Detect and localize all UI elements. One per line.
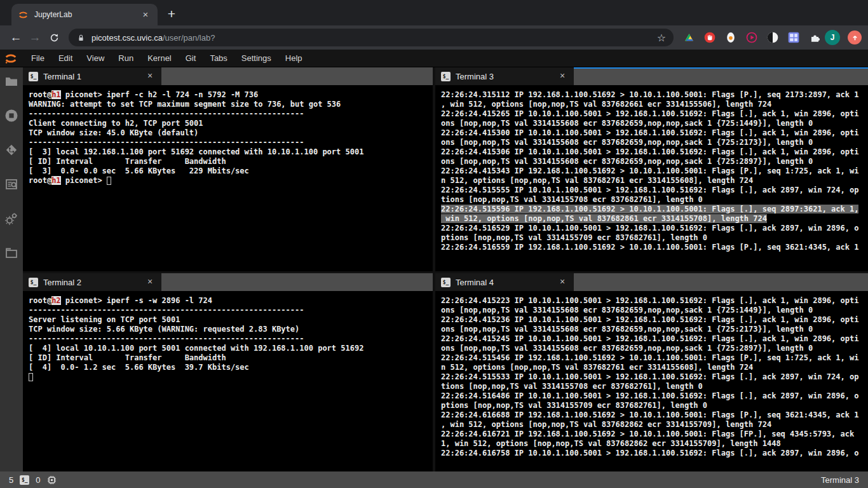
terminal-line: TCP window size: 45.0 KByte (default) — [29, 128, 433, 138]
menu-settings[interactable]: Settings — [234, 50, 278, 67]
close-icon[interactable]: × — [557, 276, 568, 288]
grid-dashboard-extension-icon[interactable] — [787, 31, 800, 44]
profile-avatar[interactable]: J — [825, 30, 840, 45]
menu-view[interactable]: View — [79, 50, 111, 67]
jupyterlab-statusbar: 5 $_ 0 Terminal 3 — [0, 471, 868, 488]
play-circle-extension-icon[interactable] — [745, 31, 758, 44]
terminal-line: 22:26:24.516486 IP 10.10.1.100.5001 > 19… — [441, 391, 868, 401]
menu-file[interactable]: File — [24, 50, 51, 67]
terminal-line: ons [nop,nop,TS val 3314155608 ecr 83768… — [441, 306, 868, 315]
terminal-line: WARNING: attempt to set TCP maximum segm… — [29, 100, 433, 109]
terminal-4-panel: $_ Terminal 4 × 22:26:24.415223 IP 10.10… — [435, 273, 868, 471]
terminal-line: [ ID] Interval Transfer Bandwidth — [29, 353, 433, 363]
property-inspector-icon[interactable] — [4, 177, 19, 192]
terminal-1-tabbar: $_ Terminal 1 × — [23, 67, 433, 85]
file-browser-icon[interactable] — [4, 74, 19, 89]
jupyterlab-favicon — [18, 10, 29, 20]
back-icon[interactable]: ← — [6, 28, 25, 47]
bookmark-star-icon[interactable]: ☆ — [657, 32, 666, 44]
terminal-line: [ 4] 0.0- 1.2 sec 5.66 KBytes 39.7 Kbits… — [29, 363, 433, 372]
terminal-line: 22:26:24.515596 IP 192.168.1.100.51692 >… — [441, 205, 868, 214]
drive-extension-icon[interactable] — [682, 31, 695, 44]
jupyterlab-menubar: File Edit View Run Kernel Git Tabs Setti… — [0, 50, 868, 67]
menu-kernel[interactable]: Kernel — [140, 50, 179, 67]
terminal-icon: $_ — [441, 72, 451, 81]
terminal-2-output[interactable]: root@h2 piconet> iperf -s -w 2896 -l 724… — [23, 291, 433, 471]
terminal-line: root@h1 piconet> iperf -c h2 -l 724 -n 5… — [29, 90, 433, 100]
git-icon[interactable] — [4, 142, 19, 158]
close-icon[interactable]: × — [144, 71, 156, 82]
terminal-2-panel: $_ Terminal 2 × root@h2 piconet> iperf -… — [23, 273, 433, 471]
running-sessions-status[interactable]: 5 $_ 0 — [9, 475, 57, 485]
terminal-line: [ 3] local 192.168.1.100 port 51692 conn… — [29, 147, 433, 157]
new-tab-button[interactable]: + — [163, 5, 180, 23]
url-domain: picotest.csc.uvic.ca — [92, 33, 163, 43]
menu-tabs[interactable]: Tabs — [203, 50, 234, 67]
dark-mode-extension-icon[interactable] — [766, 31, 779, 44]
tab-terminal-1[interactable]: $_ Terminal 1 × — [23, 67, 161, 85]
terminal-1-output[interactable]: root@h1 piconet> iperf -c h2 -l 724 -n 5… — [23, 85, 433, 271]
menu-run[interactable]: Run — [111, 50, 140, 67]
extension-manager-icon[interactable] — [4, 211, 19, 226]
terminal-line: Client connecting to h2, TCP port 5001 — [29, 119, 433, 128]
terminal-line: [ ID] Interval Transfer Bandwidth — [29, 157, 433, 166]
menu-git[interactable]: Git — [179, 50, 203, 67]
terminal-line: 1, win 512, options [nop,nop,TS val 8376… — [441, 439, 868, 449]
terminal-line: 22:26:24.616721 IP 192.168.1.100.51692 >… — [441, 430, 868, 439]
terminal-line: ----------------------------------------… — [29, 138, 433, 147]
terminal-line: ----------------------------------------… — [29, 306, 433, 315]
open-tabs-icon[interactable] — [4, 245, 19, 261]
terminal-line: 22:26:24.616758 IP 10.10.1.100.5001 > 19… — [441, 449, 868, 458]
extensions-puzzle-icon[interactable] — [808, 31, 821, 44]
forward-icon[interactable]: → — [25, 28, 44, 47]
tab-title: Terminal 2 — [43, 278, 139, 287]
close-tab-icon[interactable]: × — [140, 9, 151, 20]
statusbar-current-tab: Terminal 3 — [821, 475, 859, 485]
reload-icon[interactable] — [44, 28, 64, 47]
terminal-line: , win 512, options [nop,nop,TS val 83768… — [441, 100, 868, 109]
dock-panel: $_ Terminal 1 × root@h1 piconet> iperf -… — [23, 67, 868, 471]
url-path: /user/pan/lab? — [163, 33, 215, 43]
terminal-line: tions [nop,nop,TS val 3314155708 ecr 837… — [441, 382, 868, 391]
terminal-line: ----------------------------------------… — [29, 109, 433, 119]
extension-icons — [682, 31, 821, 44]
terminal-line: ----------------------------------------… — [29, 334, 433, 344]
terminal-line: 22:26:24.315112 IP 192.168.1.100.51692 >… — [441, 90, 868, 100]
terminal-icon: $_ — [29, 72, 38, 81]
terminal-line: 22:26:24.516529 IP 10.10.1.100.5001 > 19… — [441, 224, 868, 233]
terminal-3-output[interactable]: 22:26:24.315112 IP 192.168.1.100.51692 >… — [435, 85, 868, 271]
running-sessions-icon[interactable] — [4, 108, 19, 123]
tab-terminal-3[interactable]: $_ Terminal 3 × — [435, 67, 574, 85]
menu-help[interactable]: Help — [278, 50, 309, 67]
terminal-line: 22:26:24.616688 IP 192.168.1.100.51692 >… — [441, 410, 868, 420]
terminal-line: , win 512, options [nop,nop,TS val 83768… — [441, 420, 868, 430]
terminal-line: root@h1 piconet> — [29, 176, 433, 186]
terminal-line: 22:26:24.415300 IP 10.10.1.100.5001 > 19… — [441, 128, 868, 138]
kernel-chip-icon — [46, 475, 57, 485]
tab-terminal-2[interactable]: $_ Terminal 2 × — [23, 273, 161, 291]
address-bar[interactable]: picotest.csc.uvic.ca /user/pan/lab? ☆ — [69, 29, 674, 46]
close-icon[interactable]: × — [144, 276, 156, 288]
terminal-line: ptions [nop,nop,TS val 3314155709 ecr 83… — [441, 233, 868, 243]
terminal-4-output[interactable]: 22:26:24.415223 IP 10.10.1.100.5001 > 19… — [435, 291, 868, 471]
terminal-line: [ 4] local 10.10.1.100 port 5001 connect… — [29, 344, 433, 353]
browser-tab-title: JupyterLab — [34, 10, 140, 19]
terminal-line: [ 3] 0.0- 0.0 sec 5.66 KBytes 229 Mbits/… — [29, 166, 433, 176]
terminal-line: ptions [nop,nop,TS val 3314155709 ecr 83… — [441, 401, 868, 410]
terminal-line: TCP window size: 5.66 KByte (WARNING: re… — [29, 325, 433, 334]
egg-extension-icon[interactable] — [724, 31, 737, 44]
terminal-icon: $_ — [20, 475, 29, 485]
tab-title: Terminal 1 — [43, 72, 139, 81]
terminal-3-panel: $_ Terminal 3 × 22:26:24.315112 IP 192.1… — [435, 67, 868, 271]
terminal-line — [29, 372, 433, 382]
terminal-line: 22:26:24.415306 IP 10.10.1.100.5001 > 19… — [441, 147, 868, 157]
tab-terminal-4[interactable]: $_ Terminal 4 × — [435, 273, 574, 291]
lock-icon — [76, 33, 86, 43]
terminal-line: n 512, options [nop,nop,TS val 837682761… — [441, 363, 868, 372]
update-browser-icon[interactable] — [848, 30, 862, 44]
terminal-line: ons [nop,nop,TS val 3314155608 ecr 83768… — [441, 344, 868, 353]
adblock-extension-icon[interactable] — [703, 31, 716, 44]
browser-tab-jupyterlab[interactable]: JupyterLab × — [11, 4, 158, 25]
menu-edit[interactable]: Edit — [51, 50, 79, 67]
close-icon[interactable]: × — [557, 71, 568, 82]
